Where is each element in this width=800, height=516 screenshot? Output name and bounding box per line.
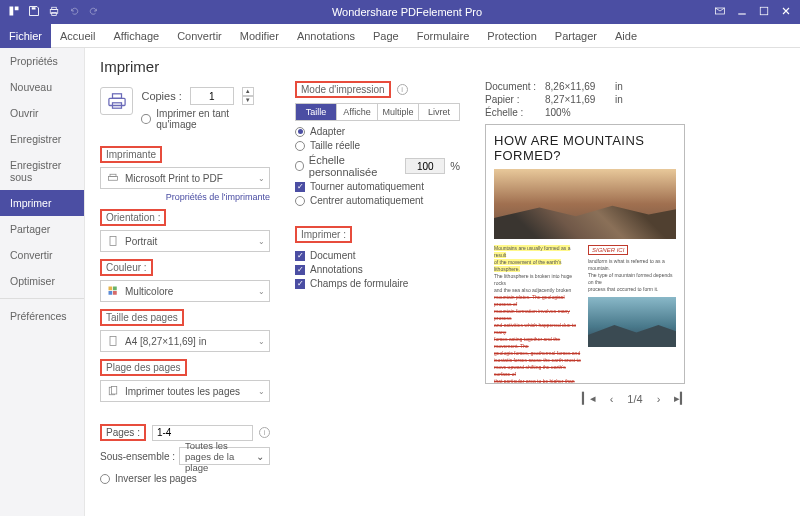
reverse-pages-radio[interactable] bbox=[100, 474, 110, 484]
menu-fichier[interactable]: Fichier bbox=[0, 24, 51, 48]
sidebar-preferences[interactable]: Préférences bbox=[0, 303, 84, 329]
pager-next-icon[interactable]: › bbox=[657, 393, 661, 405]
pager-first-icon[interactable]: ▎◂ bbox=[582, 392, 596, 405]
preview-text-left: Mountains are usually formed as a result… bbox=[494, 245, 582, 384]
svg-rect-13 bbox=[110, 174, 116, 176]
pager-prev-icon[interactable]: ‹ bbox=[610, 393, 614, 405]
pages-input[interactable] bbox=[152, 425, 253, 441]
menu-aide[interactable]: Aide bbox=[606, 24, 646, 48]
mode-tab-booklet[interactable]: Livret bbox=[419, 104, 459, 120]
menu-accueil[interactable]: Accueil bbox=[51, 24, 104, 48]
annotations-check[interactable] bbox=[295, 265, 305, 275]
print-icon[interactable] bbox=[48, 5, 60, 19]
mail-icon[interactable] bbox=[714, 5, 726, 19]
info-icon[interactable]: i bbox=[397, 84, 408, 95]
color-select[interactable]: Multicolore ⌄ bbox=[100, 280, 270, 302]
portrait-icon bbox=[105, 235, 121, 247]
autorotate-label: Tourner automatiquement bbox=[310, 181, 424, 192]
chevron-down-icon: ⌄ bbox=[258, 174, 265, 183]
doc-value: 8,26×11,69 bbox=[545, 81, 615, 92]
undo-icon[interactable] bbox=[68, 5, 80, 19]
autorotate-check[interactable] bbox=[295, 182, 305, 192]
formfields-check[interactable] bbox=[295, 279, 305, 289]
printer-properties-link[interactable]: Propriétés de l'imprimante bbox=[100, 192, 270, 202]
customscale-radio[interactable] bbox=[295, 161, 304, 171]
pagerange-section-label: Plage des pages bbox=[100, 359, 187, 376]
printer-device-icon[interactable] bbox=[100, 87, 133, 115]
sidebar-divider bbox=[0, 298, 84, 299]
menu-affichage[interactable]: Affichage bbox=[104, 24, 168, 48]
copies-step-down[interactable]: ▼ bbox=[242, 96, 254, 105]
subset-select[interactable]: Toutes les pages de la plage ⌄ bbox=[179, 447, 270, 465]
sidebar-save-as[interactable]: Enregistrer sous bbox=[0, 152, 84, 190]
minimize-icon[interactable] bbox=[736, 5, 748, 19]
mode-tab-size[interactable]: Taille bbox=[296, 104, 337, 120]
maximize-icon[interactable] bbox=[758, 5, 770, 19]
copies-step-up[interactable]: ▲ bbox=[242, 87, 254, 96]
chevron-down-icon: ⌄ bbox=[258, 387, 265, 396]
app-logo-icon bbox=[8, 5, 20, 19]
svg-rect-4 bbox=[52, 7, 57, 9]
svg-rect-14 bbox=[110, 237, 116, 246]
customscale-input[interactable] bbox=[405, 158, 445, 174]
orientation-select[interactable]: Portrait ⌄ bbox=[100, 230, 270, 252]
sidebar-print[interactable]: Imprimer bbox=[0, 190, 84, 216]
page-title: Imprimer bbox=[100, 58, 270, 75]
preview-hero-image bbox=[494, 169, 676, 239]
document-check[interactable] bbox=[295, 251, 305, 261]
printer-select[interactable]: Microsoft Print to PDF ⌄ bbox=[100, 167, 270, 189]
save-icon[interactable] bbox=[28, 5, 40, 19]
chevron-down-icon: ⌄ bbox=[258, 237, 265, 246]
realsize-radio[interactable] bbox=[295, 141, 305, 151]
print-settings-column: Imprimer Copies : ▲ ▼ bbox=[100, 58, 270, 506]
menu-formulaire[interactable]: Formulaire bbox=[408, 24, 479, 48]
svg-rect-12 bbox=[109, 177, 118, 181]
sidebar-open[interactable]: Ouvrir bbox=[0, 100, 84, 126]
chevron-down-icon: ⌄ bbox=[258, 287, 265, 296]
svg-rect-1 bbox=[15, 7, 19, 11]
mode-tab-multiple[interactable]: Multiple bbox=[378, 104, 419, 120]
autocenter-radio[interactable] bbox=[295, 196, 305, 206]
menu-modifier[interactable]: Modifier bbox=[231, 24, 288, 48]
title-bar: Wondershare PDFelement Pro bbox=[0, 0, 800, 24]
menu-protection[interactable]: Protection bbox=[478, 24, 546, 48]
printer-value: Microsoft Print to PDF bbox=[121, 173, 258, 184]
sidebar-optimize[interactable]: Optimiser bbox=[0, 268, 84, 294]
svg-rect-10 bbox=[112, 94, 121, 99]
sidebar-new[interactable]: Nouveau bbox=[0, 74, 84, 100]
unit: in bbox=[615, 94, 623, 105]
sidebar-share[interactable]: Partager bbox=[0, 216, 84, 242]
formfields-label: Champs de formulaire bbox=[310, 278, 408, 289]
redo-icon[interactable] bbox=[88, 5, 100, 19]
menu-annotations[interactable]: Annotations bbox=[288, 24, 364, 48]
svg-rect-19 bbox=[110, 337, 116, 346]
subset-value: Toutes les pages de la plage bbox=[185, 440, 256, 473]
menu-convertir[interactable]: Convertir bbox=[168, 24, 231, 48]
scale-label: Échelle : bbox=[485, 107, 545, 118]
printer-section-label: Imprimante bbox=[100, 146, 162, 163]
svg-rect-2 bbox=[32, 7, 36, 9]
page-icon bbox=[105, 335, 121, 347]
info-icon[interactable]: i bbox=[259, 427, 270, 438]
print-as-image-label: Imprimer en tant qu'image bbox=[156, 108, 270, 130]
pagerange-select[interactable]: Imprimer toutes les pages ⌄ bbox=[100, 380, 270, 402]
mode-tab-poster[interactable]: Affiche bbox=[337, 104, 378, 120]
preview-column: Document :8,26×11,69in Papier :8,27×11,6… bbox=[485, 58, 785, 506]
menu-partager[interactable]: Partager bbox=[546, 24, 606, 48]
copies-input[interactable] bbox=[190, 87, 234, 105]
adapt-radio[interactable] bbox=[295, 127, 305, 137]
print-as-image-radio[interactable] bbox=[141, 114, 151, 124]
menu-bar: Fichier Accueil Affichage Convertir Modi… bbox=[0, 24, 800, 48]
pager-last-icon[interactable]: ▸▎ bbox=[674, 392, 688, 405]
printer-small-icon bbox=[105, 172, 121, 184]
pagesize-select[interactable]: A4 [8,27×11,69] in ⌄ bbox=[100, 330, 270, 352]
close-icon[interactable] bbox=[780, 5, 792, 19]
menu-page[interactable]: Page bbox=[364, 24, 408, 48]
doc-label: Document : bbox=[485, 81, 545, 92]
pager-text: 1/4 bbox=[627, 393, 642, 405]
sidebar-convert[interactable]: Convertir bbox=[0, 242, 84, 268]
document-label: Document bbox=[310, 250, 356, 261]
sidebar-save[interactable]: Enregistrer bbox=[0, 126, 84, 152]
sidebar-properties[interactable]: Propriétés bbox=[0, 48, 84, 74]
page-preview: HOW ARE MOUNTAINS FORMED? Mountains are … bbox=[485, 124, 685, 384]
